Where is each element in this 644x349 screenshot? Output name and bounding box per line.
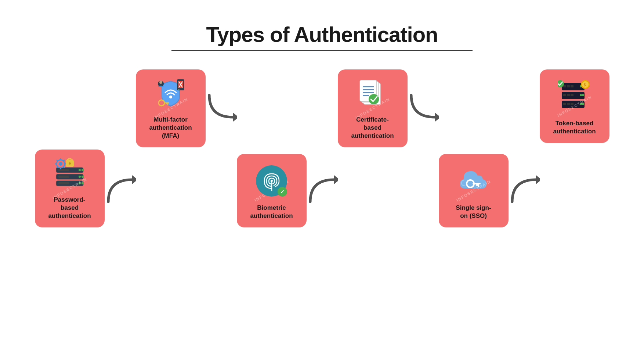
arrow-down-right-2-icon — [408, 91, 439, 128]
certificate-icon — [354, 75, 391, 111]
svg-rect-59 — [567, 85, 570, 87]
arrow-4 — [408, 69, 439, 227]
svg-line-21 — [64, 167, 65, 168]
svg-rect-60 — [571, 85, 574, 87]
svg-line-22 — [64, 160, 65, 161]
token-icon: $ — [556, 78, 593, 115]
card-sso-label: Single sign-on (SSO) — [456, 204, 491, 220]
svg-point-72 — [582, 103, 584, 105]
card-sso: INFOSECTRAIN Single sign-on (SSO) — [439, 154, 509, 227]
slot-mfa: INFOSECTRAIN — [136, 69, 206, 227]
svg-point-15 — [59, 162, 62, 166]
checkmark-icon: ✓ — [278, 187, 287, 197]
svg-text:$: $ — [584, 83, 586, 87]
svg-rect-11 — [58, 182, 69, 184]
svg-rect-61 — [563, 94, 566, 96]
svg-rect-10 — [58, 176, 69, 178]
svg-rect-62 — [567, 94, 570, 96]
card-mfa-label: Multi-factorauthentication(MFA) — [149, 116, 192, 140]
slot-sso: INFOSECTRAIN Single sign-on (SSO) — [439, 69, 509, 227]
arrow-1 — [105, 69, 136, 227]
svg-point-70 — [582, 94, 584, 96]
arrow-up-right-3-icon — [509, 169, 540, 205]
slot-certificate: INFOSECTRAIN Certificate-based — [338, 69, 408, 227]
svg-point-53 — [468, 182, 471, 184]
svg-line-20 — [57, 160, 58, 161]
card-certificate-label: Certificate-basedauthentication — [351, 116, 394, 140]
svg-point-69 — [580, 94, 582, 96]
svg-point-5 — [79, 176, 81, 178]
svg-marker-54 — [536, 175, 540, 184]
svg-point-7 — [79, 182, 81, 184]
svg-marker-24 — [132, 175, 136, 184]
svg-point-13 — [69, 162, 71, 165]
svg-point-47 — [369, 94, 379, 104]
password-icon — [51, 155, 88, 191]
card-password: INFOSECTRAIN — [35, 150, 105, 227]
page-title: Types of Authentication — [206, 22, 438, 47]
svg-point-3 — [79, 169, 81, 171]
svg-rect-63 — [571, 94, 574, 96]
svg-point-33 — [159, 100, 164, 106]
svg-rect-58 — [563, 85, 566, 87]
card-password-label: Password-basedauthentication — [48, 196, 91, 220]
arrow-up-right-icon — [105, 169, 136, 205]
arrow-3 — [307, 69, 338, 227]
svg-rect-32 — [178, 89, 180, 90]
svg-point-71 — [580, 103, 582, 105]
card-token: INFOSECTRAIN — [540, 69, 609, 143]
slot-biometric: INFOSECTRAIN ✓ Biometricauth — [237, 69, 307, 227]
slot-password: INFOSECTRAIN — [35, 69, 105, 227]
card-mfa: INFOSECTRAIN — [136, 69, 206, 147]
svg-point-6 — [82, 176, 84, 178]
svg-rect-65 — [567, 103, 570, 105]
arrow-2 — [206, 69, 237, 227]
svg-marker-37 — [233, 113, 237, 122]
card-token-label: Token-basedauthentication — [553, 119, 596, 136]
mfa-icon — [152, 75, 189, 111]
svg-point-4 — [82, 169, 84, 171]
svg-line-23 — [57, 167, 58, 168]
svg-rect-66 — [571, 103, 574, 105]
svg-rect-64 — [563, 103, 566, 105]
card-certificate: INFOSECTRAIN Certificate-based — [338, 69, 408, 147]
card-biometric: INFOSECTRAIN ✓ Biometricauth — [237, 154, 307, 227]
arrow-up-right-2-icon — [307, 169, 338, 205]
card-biometric-label: Biometricauthentication — [250, 204, 293, 220]
svg-point-27 — [159, 81, 162, 84]
slot-token: INFOSECTRAIN — [540, 69, 609, 227]
title-divider — [171, 50, 473, 51]
svg-point-8 — [82, 182, 84, 184]
arrow-down-right-icon — [206, 91, 237, 128]
svg-marker-39 — [334, 175, 338, 184]
cloud-key-icon — [455, 163, 492, 199]
arrow-5 — [509, 69, 540, 227]
fingerprint-icon: ✓ — [253, 163, 290, 199]
svg-marker-48 — [435, 113, 439, 122]
diagram-container: INFOSECTRAIN — [0, 69, 644, 227]
svg-point-25 — [169, 96, 172, 98]
